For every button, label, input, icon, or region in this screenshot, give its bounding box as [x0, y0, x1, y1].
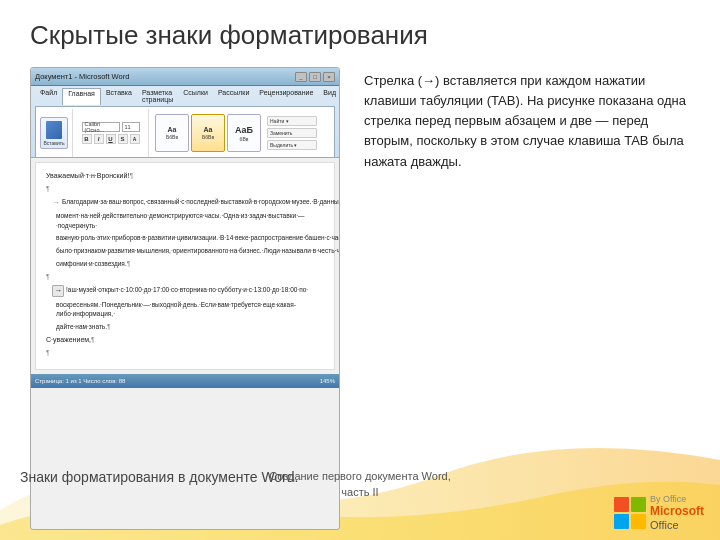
style-boxes: Аа БбВв Аа БбВв АаБ бВв [155, 114, 261, 152]
font-name-box[interactable]: Calibri (Осно... [82, 122, 120, 132]
office-logo-squares [614, 497, 646, 529]
microsoft-label: Microsoft [650, 504, 704, 518]
doc-line-para1c: важную·роль·этих·приборов·в·развитии·цив… [56, 233, 324, 243]
select-button[interactable]: Выделить ▾ [267, 140, 317, 150]
word-titlebar-text: Документ1 - Microsoft Word [35, 72, 129, 81]
font-size-box[interactable]: 11 [122, 122, 140, 132]
pilcrow-7: ¶ [46, 349, 50, 356]
style-box-1[interactable]: Аа БбВв [155, 114, 189, 152]
close-button[interactable]: × [323, 72, 335, 82]
para2-text: !аш·музей·открыт·с·10:00·до·17:00·со·вто… [66, 285, 308, 297]
para1e-text: симфонии·и·созвездия. [56, 260, 127, 267]
description-text: Стрелка (→) вставляется при каждом нажат… [364, 71, 690, 172]
by-office-label: By Office [650, 494, 704, 505]
font-format-row: B I U S A [82, 134, 142, 144]
find-button[interactable]: Найти ▾ [267, 116, 317, 126]
underline-button[interactable]: U [106, 134, 116, 144]
zoom-level: 145% [320, 378, 335, 384]
para2b-text: воскресеньям.·Понедельник·—·выходной·ден… [56, 301, 296, 318]
strikethrough-button[interactable]: S [118, 134, 128, 144]
para1c-text: важную·роль·этих·приборов·в·развитии·цив… [56, 234, 340, 241]
ribbon-tab-mail[interactable]: Рассылки [213, 88, 254, 104]
doc-line-para1e: симфонии·и·созвездия.¶ [56, 259, 324, 269]
style-label-3: бВв [240, 136, 249, 142]
logo-square-green [631, 497, 646, 512]
doc-line-para2: → !аш·музей·открыт·с·10:00·до·17:00·со·в… [52, 285, 324, 297]
ribbon-tab-file[interactable]: Файл [35, 88, 62, 104]
style-label-1: БбВв [166, 134, 178, 140]
edit-buttons: Найти ▾ Заменить Выделить ▾ [267, 116, 317, 150]
pilcrow-6: ¶ [91, 336, 95, 343]
doc-line-empty-2: ¶ [46, 272, 324, 282]
doc-line-empty-3: С·уважением,¶ [46, 335, 324, 345]
font-controls: Calibri (Осно... 11 B I U S A [82, 122, 142, 144]
ribbon-group-font: Calibri (Осно... 11 B I U S A [79, 109, 149, 157]
tab-arrows-2: → [52, 285, 64, 297]
bold-button[interactable]: B [82, 134, 92, 144]
italic-button[interactable]: I [94, 134, 104, 144]
office-logo: By Office Microsoft Office [614, 494, 704, 532]
logo-square-blue [614, 514, 629, 529]
logo-square-yellow [631, 514, 646, 529]
doc-line-empty-1: ¶ [46, 184, 324, 194]
replace-button[interactable]: Заменить [267, 128, 317, 138]
paste-button[interactable]: Вставить [40, 117, 68, 149]
ribbon-tab-refs[interactable]: Ссылки [178, 88, 213, 104]
word-document: Уважаемый·т·н·Вронский!¶ ¶ → Благодарим·… [35, 162, 335, 370]
footer-center-line1: Создание первого документа Word, [269, 470, 450, 482]
statusbar-left-text: Страница: 1 из 1 Число слов: 88 [35, 378, 125, 384]
color-button[interactable]: A [130, 134, 140, 144]
office-text: By Office Microsoft Office [650, 494, 704, 532]
office-label: Office [650, 519, 679, 531]
para1d-text: было·признаком·развития·мышления,·ориент… [56, 247, 340, 254]
doc-line-para1d: было·признаком·развития·мышления,·ориент… [56, 246, 324, 256]
para1-text: Благодарим·за·ваш·вопрос,·связанный·с·по… [62, 197, 340, 208]
doc-line-para1: → Благодарим·за·ваш·вопрос,·связанный·с·… [52, 197, 324, 208]
style-sample-1: Аа [167, 126, 176, 133]
footer-label: Знаки форматирования в документе Word. [16, 469, 298, 530]
word-ribbon: Файл Главная Вставка Разметка страницы С… [31, 86, 339, 158]
paste-icon [46, 121, 62, 139]
doc-line-empty-4: ¶ [46, 348, 324, 358]
style-label-2: БбВв [202, 134, 214, 140]
pilcrow-5: ¶ [107, 323, 111, 330]
pilcrow-1: ¶ [129, 172, 133, 179]
word-statusbar: Страница: 1 из 1 Число слов: 88 145% [31, 374, 339, 388]
closing-text: С·уважением, [46, 336, 91, 343]
pilcrow-3: ¶ [127, 260, 131, 267]
doc-line-para1b: момент·на·ней·действительно·демонстрирую… [56, 211, 324, 231]
footer-center-line2: часть II [341, 486, 378, 498]
page-title: Скрытые знаки форматирования [30, 20, 690, 51]
doc-line-para2b: воскресеньям.·Понедельник·—·выходной·ден… [56, 300, 324, 320]
logo-square-red [614, 497, 629, 512]
minimize-button[interactable]: _ [295, 72, 307, 82]
window-controls: _ □ × [295, 72, 335, 82]
paste-label: Вставить [43, 140, 64, 146]
tab-circle-icon: → [52, 285, 64, 297]
word-titlebar: Документ1 - Microsoft Word _ □ × [31, 68, 339, 86]
style-box-2[interactable]: Аа БбВв [191, 114, 225, 152]
ribbon-group-clipboard: Вставить [40, 109, 73, 157]
ribbon-group-edit: Найти ▾ Заменить Выделить ▾ [267, 109, 321, 157]
style-box-3[interactable]: АаБ бВв [227, 114, 261, 152]
doc-line-para2c: дайте·нам·знать.¶ [56, 322, 324, 332]
para2c-text: дайте·нам·знать. [56, 323, 107, 330]
para1b-text: момент·на·ней·действительно·демонстрирую… [56, 212, 304, 229]
font-name-row: Calibri (Осно... 11 [82, 122, 142, 132]
footer-center: Создание первого документа Word, часть I… [269, 469, 450, 500]
greeting-text: Уважаемый·т·н·Вронский! [46, 172, 129, 179]
ribbon-body: Вставить Calibri (Осно... 11 B I [35, 106, 335, 158]
ribbon-tab-review[interactable]: Рецензирование [254, 88, 318, 104]
ribbon-tab-view[interactable]: Вид [318, 88, 339, 104]
ribbon-tab-insert[interactable]: Вставка [101, 88, 137, 104]
style-sample-3: АаБ [235, 125, 253, 135]
footer-row: Знаки форматирования в документе Word. С… [0, 430, 720, 540]
statusbar-right: 145% [320, 378, 335, 384]
ribbon-tab-layout[interactable]: Разметка страницы [137, 88, 178, 104]
doc-line-greeting: Уважаемый·т·н·Вронский!¶ [46, 171, 324, 181]
pilcrow-4: ¶ [46, 273, 50, 280]
tab-arrow-1: → [52, 197, 60, 208]
maximize-button[interactable]: □ [309, 72, 321, 82]
ribbon-tab-home[interactable]: Главная [62, 88, 101, 105]
style-sample-2: Аа [203, 126, 212, 133]
